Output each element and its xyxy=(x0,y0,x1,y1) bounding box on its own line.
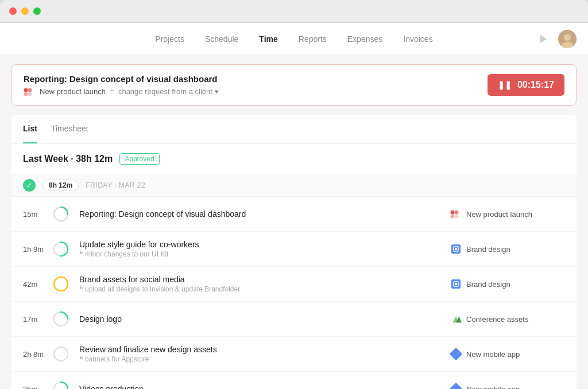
entry-info: Review and finalize new design assets ❝ … xyxy=(79,345,450,363)
project-name: Conference assets xyxy=(466,315,528,324)
day-check-icon: ✓ xyxy=(23,179,36,192)
timer-bar-left: Reporting: Design concept of visual dash… xyxy=(24,74,219,96)
svg-point-21 xyxy=(54,347,68,361)
project-name: Brand design xyxy=(466,245,510,254)
maximize-button[interactable] xyxy=(33,7,41,15)
titlebar xyxy=(0,0,588,23)
close-button[interactable] xyxy=(9,7,17,15)
day-label: FRIDAY · MAR 22 xyxy=(86,181,145,189)
pause-timer-button[interactable]: ❚❚ 00:15:17 xyxy=(488,74,564,96)
day-header: ✓ 8h 12m FRIDAY · MAR 22 xyxy=(11,174,577,197)
main-card: List Timesheet Last Week · 38h 12m Appro… xyxy=(11,115,577,389)
tabs: List Timesheet xyxy=(11,115,577,144)
entry-duration: 42m xyxy=(23,280,52,289)
timer-task: change request from a client ▾ xyxy=(118,87,219,96)
week-header: Last Week · 38h 12m Approved xyxy=(11,144,577,174)
nav-invoices[interactable]: Invoices xyxy=(403,34,432,44)
table-row: 25m Videos production New mobile app xyxy=(11,372,577,389)
table-row: 15m Reporting: Design concept of visual … xyxy=(11,197,577,232)
project-name: New mobile app xyxy=(466,385,520,390)
day-hours: 8h 12m xyxy=(42,180,79,191)
entry-duration: 25m xyxy=(23,385,52,390)
nav-expenses[interactable]: Expenses xyxy=(347,34,382,44)
entry-icon xyxy=(52,240,70,258)
entry-name: Review and finalize new design assets xyxy=(79,345,450,354)
entry-project: Conference assets xyxy=(450,313,565,325)
entry-project: New mobile app xyxy=(450,348,565,360)
content: Reporting: Design concept of visual dash… xyxy=(0,55,588,389)
timer-display: 00:15:17 xyxy=(517,80,554,90)
entry-sub: ❝ minor changes to our UI Kit xyxy=(79,250,450,258)
entry-project: Brand design xyxy=(450,243,565,255)
svg-point-6 xyxy=(28,92,32,96)
entry-name: Update style guide for co-workers xyxy=(79,240,450,249)
svg-point-5 xyxy=(24,92,28,96)
project-icon xyxy=(450,208,462,220)
svg-point-10 xyxy=(451,215,455,219)
entry-sub: ❝ banners for Appstore xyxy=(79,355,450,363)
project-icon xyxy=(450,383,462,389)
table-row: 1h 9m Update style guide for co-workers … xyxy=(11,232,577,267)
tab-timesheet[interactable]: Timesheet xyxy=(51,115,88,143)
entry-name: Videos production xyxy=(79,384,450,389)
project-name: Brand design xyxy=(466,280,510,289)
entry-icon xyxy=(52,205,70,223)
entry-info: Design logo xyxy=(79,314,450,324)
play-button[interactable] xyxy=(535,31,551,47)
entry-duration: 17m xyxy=(23,315,52,324)
entry-icon xyxy=(52,380,70,389)
navigation: Projects Schedule Time Reports Expenses … xyxy=(0,23,588,55)
week-title: Last Week · 38h 12m xyxy=(23,154,113,164)
svg-point-3 xyxy=(24,88,28,92)
nav-projects[interactable]: Projects xyxy=(155,34,184,44)
entry-name: Brand assets for social media xyxy=(79,275,450,284)
nav-reports[interactable]: Reports xyxy=(299,34,327,44)
traffic-lights xyxy=(9,7,41,15)
entry-name: Reporting: Design concept of visual dash… xyxy=(79,209,450,219)
entry-duration: 1h 9m xyxy=(23,245,52,254)
entry-icon xyxy=(52,345,70,363)
timer-bar: Reporting: Design concept of visual dash… xyxy=(11,64,577,106)
entry-info: Brand assets for social media ❝ upload a… xyxy=(79,275,450,293)
project-icon xyxy=(450,278,462,290)
entry-name: Design logo xyxy=(79,314,450,324)
svg-point-15 xyxy=(54,277,68,291)
svg-point-8 xyxy=(451,211,455,215)
svg-point-9 xyxy=(455,211,459,215)
timer-project: New product launch xyxy=(40,87,106,96)
nav-right xyxy=(535,30,577,48)
entry-sub: ❝ upload all designs to Invision & updat… xyxy=(79,285,450,293)
table-row: 17m Design logo xyxy=(11,302,577,337)
entry-icon xyxy=(52,275,70,293)
table-row: 2h 8m Review and finalize new design ass… xyxy=(11,337,577,372)
project-icon xyxy=(450,243,462,255)
app-window: Projects Schedule Time Reports Expenses … xyxy=(0,0,588,389)
entry-project: New product launch xyxy=(450,208,565,220)
task-dropdown-arrow[interactable]: ▾ xyxy=(215,87,219,96)
project-name: New mobile app xyxy=(466,350,520,359)
entry-project: New mobile app xyxy=(450,383,565,389)
entry-project: Brand design xyxy=(450,278,565,290)
svg-point-11 xyxy=(455,215,459,219)
svg-point-1 xyxy=(564,34,571,41)
avatar[interactable] xyxy=(558,30,577,48)
entry-info: Reporting: Design concept of visual dash… xyxy=(79,209,450,219)
approved-badge: Approved xyxy=(119,153,159,165)
pause-icon: ❚❚ xyxy=(498,80,512,90)
nav-schedule[interactable]: Schedule xyxy=(205,34,238,44)
nav-links: Projects Schedule Time Reports Expenses … xyxy=(155,34,432,44)
tab-list[interactable]: List xyxy=(23,115,37,143)
nav-time[interactable]: Time xyxy=(259,34,277,44)
project-icon xyxy=(450,348,462,360)
svg-rect-14 xyxy=(455,248,457,250)
timer-title: Reporting: Design concept of visual dash… xyxy=(24,74,219,84)
project-name: New product launch xyxy=(466,210,532,219)
entry-icon xyxy=(52,310,70,328)
minimize-button[interactable] xyxy=(21,7,29,15)
svg-rect-17 xyxy=(455,283,457,285)
project-icon xyxy=(450,313,462,325)
entry-duration: 2h 8m xyxy=(23,350,52,359)
timer-meta: New product launch ❝ change request from… xyxy=(24,87,219,96)
svg-point-4 xyxy=(28,88,32,92)
entry-info: Videos production xyxy=(79,384,450,389)
